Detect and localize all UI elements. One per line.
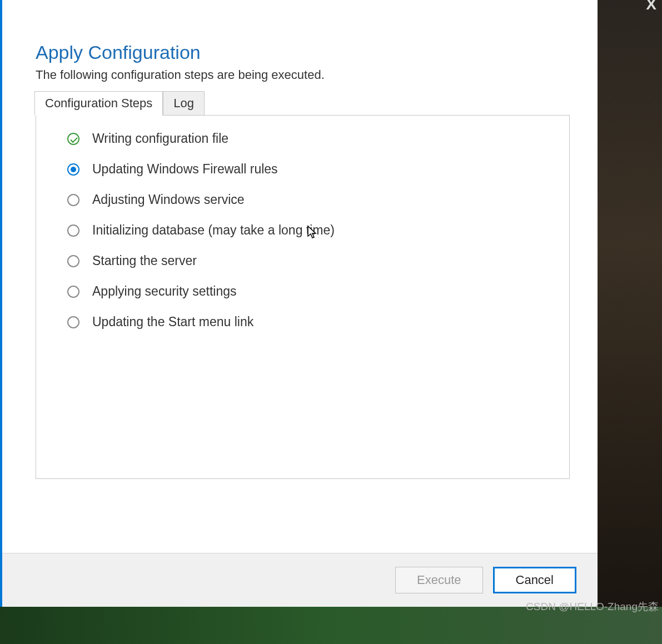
content-area: Apply Configuration The following config… (2, 0, 598, 553)
pending-step-icon (67, 254, 80, 268)
step-item: Updating the Start menu link (67, 314, 539, 330)
cancel-button[interactable]: Cancel (493, 567, 576, 593)
installer-window: Apply Configuration The following config… (0, 0, 598, 607)
step-label: Updating Windows Firewall rules (92, 162, 278, 177)
step-item: Updating Windows Firewall rules (67, 162, 539, 177)
page-title: Apply Configuration (36, 42, 570, 63)
execute-button: Execute (395, 567, 483, 593)
tabs-container: Configuration Steps Log (34, 91, 570, 115)
pending-step-icon (67, 193, 80, 207)
tab-log[interactable]: Log (163, 91, 205, 116)
step-item: Applying security settings (67, 284, 539, 299)
watermark-text: CSDN @HELLO-Zhang先森 (526, 600, 659, 614)
step-label: Initializing database (may take a long t… (92, 223, 335, 238)
step-label: Writing configuration file (92, 131, 228, 146)
step-item: Initializing database (may take a long t… (67, 223, 539, 238)
pending-step-icon (67, 224, 80, 237)
button-bar: Execute Cancel (2, 553, 598, 607)
step-label: Updating the Start menu link (92, 314, 253, 330)
partial-close-icon: X (646, 0, 656, 13)
step-label: Applying security settings (92, 284, 237, 299)
pending-step-icon (67, 316, 80, 329)
current-step-icon (67, 163, 80, 176)
desktop-background: X (598, 0, 662, 607)
tab-content: Writing configuration file Updating Wind… (36, 115, 570, 479)
page-subtitle: The following configuration steps are be… (36, 68, 570, 82)
step-label: Starting the server (92, 253, 197, 268)
step-item: Starting the server (67, 253, 539, 268)
step-item: Writing configuration file (67, 131, 539, 146)
step-label: Adjusting Windows service (92, 192, 245, 207)
step-item: Adjusting Windows service (67, 192, 539, 207)
tab-configuration-steps[interactable]: Configuration Steps (34, 91, 163, 116)
pending-step-icon (67, 285, 80, 298)
check-icon (67, 132, 80, 146)
